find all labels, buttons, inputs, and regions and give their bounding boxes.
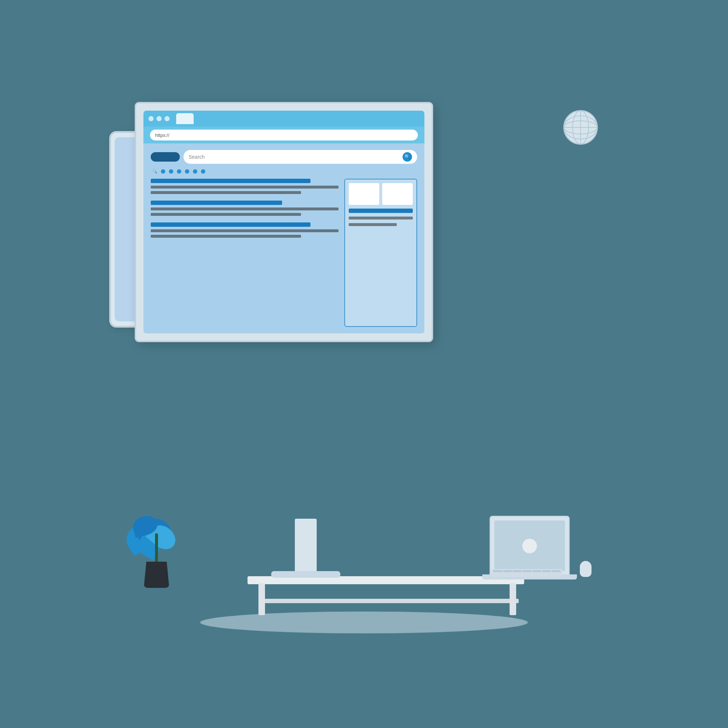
- result-item-1: [151, 179, 338, 194]
- scene: https:// Search 🔍 🔍: [73, 73, 655, 655]
- key: [551, 570, 561, 572]
- browser-search-bar[interactable]: Search 🔍: [184, 150, 417, 164]
- key: [512, 570, 522, 572]
- plant-pot: [144, 562, 169, 588]
- key: [522, 570, 531, 572]
- traffic-light-red: [148, 116, 154, 121]
- result-title-bar: [151, 222, 310, 227]
- search-placeholder: Search: [188, 154, 205, 160]
- result-item-3: [151, 222, 338, 238]
- monitor-stand-neck: [295, 519, 317, 577]
- result-desc-bar: [151, 191, 301, 194]
- laptop-screen-circle: [522, 539, 537, 553]
- card-image-1: [349, 183, 379, 205]
- address-bar-row: https://: [144, 127, 424, 144]
- card-desc-bar-2: [349, 223, 397, 226]
- page-dot-1[interactable]: [161, 169, 165, 174]
- traffic-light-green: [165, 116, 170, 121]
- content-area: [151, 179, 417, 327]
- page-dot-3[interactable]: [177, 169, 181, 174]
- browser-titlebar: [144, 111, 424, 127]
- pagination-row: 🔍: [151, 169, 417, 174]
- laptop-screen-inner: [494, 520, 565, 571]
- key: [493, 570, 502, 572]
- page-dot-2[interactable]: [169, 169, 173, 174]
- page-dot-6[interactable]: [201, 169, 205, 174]
- info-card: [344, 179, 417, 327]
- keyboard: [491, 569, 562, 577]
- browser-window: https:// Search 🔍 🔍: [144, 111, 424, 333]
- search-results: [151, 179, 338, 327]
- mouse: [580, 561, 592, 577]
- card-images: [349, 183, 413, 205]
- search-small-icon: 🔍: [152, 169, 157, 174]
- floor-shadow: [200, 612, 528, 633]
- card-image-2: [382, 183, 413, 205]
- result-desc-bar: [151, 213, 301, 216]
- monitor-frame: https:// Search 🔍 🔍: [135, 102, 433, 342]
- keyboard-row-1: [491, 569, 562, 573]
- result-desc-bar: [151, 235, 301, 238]
- key: [532, 570, 541, 572]
- laptop-screen: [489, 516, 570, 576]
- result-title-bar: [151, 200, 282, 205]
- key: [503, 570, 512, 572]
- browser-tab[interactable]: [176, 113, 194, 124]
- desk-leg-left: [258, 583, 265, 615]
- desk-leg-right: [509, 583, 516, 615]
- traffic-light-yellow: [156, 116, 162, 121]
- browser-search-row: Search 🔍: [151, 150, 417, 164]
- page-dot-5[interactable]: [193, 169, 197, 174]
- plant-stem: [155, 533, 158, 562]
- globe-icon: [562, 109, 599, 145]
- address-bar-value: https://: [155, 133, 169, 138]
- card-title-bar: [349, 209, 413, 213]
- card-desc-bar-1: [349, 217, 413, 219]
- tab-bar: [173, 113, 419, 124]
- browser-body: Search 🔍 🔍: [144, 144, 424, 333]
- desk-bar: [260, 599, 519, 603]
- search-icon[interactable]: 🔍: [402, 152, 412, 162]
- result-title-bar: [151, 179, 310, 183]
- address-bar[interactable]: https://: [150, 130, 418, 141]
- result-desc-bar: [151, 229, 338, 232]
- page-dot-4[interactable]: [185, 169, 189, 174]
- monitor-stand-base: [271, 571, 340, 578]
- result-desc-bar: [151, 208, 338, 210]
- sidebar-nav-pill[interactable]: [151, 152, 180, 162]
- result-desc-bar: [151, 186, 338, 188]
- result-item-2: [151, 200, 338, 216]
- key: [542, 570, 551, 572]
